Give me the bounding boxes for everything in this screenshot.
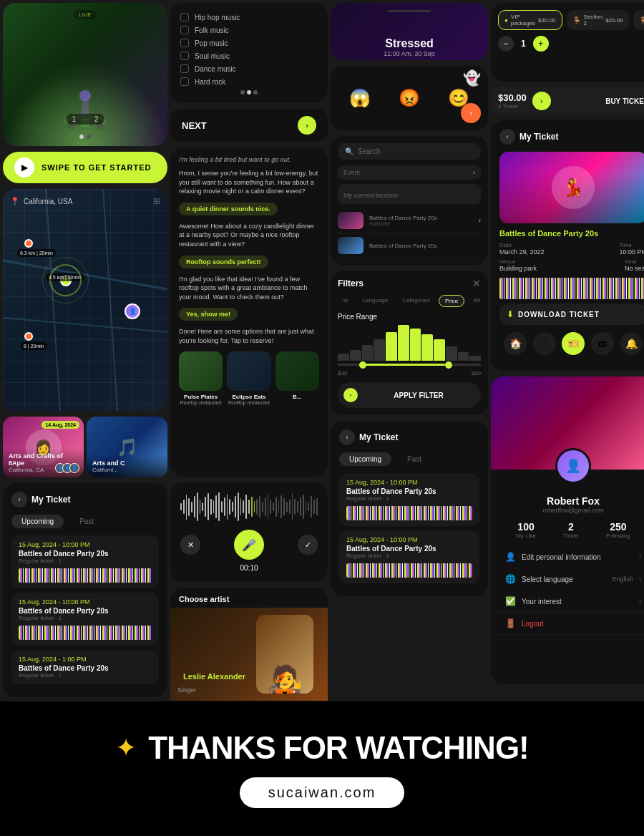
apply-filter-btn[interactable]: › APPLY FILTER	[338, 382, 481, 408]
counter-sep: —	[82, 115, 89, 123]
tab-upcoming-col3[interactable]: Upcoming	[339, 452, 391, 466]
next-button[interactable]: NEXT ›	[170, 109, 328, 142]
result-action-1[interactable]: ›	[479, 217, 481, 224]
filter-tab-1[interactable]: Language	[357, 295, 394, 307]
waveform	[180, 492, 318, 521]
profile-email: robertfox@gmail.com	[497, 507, 644, 514]
filter-row[interactable]: Event ›	[338, 165, 481, 180]
venue-2[interactable]: Eclipse Eats Rooftop restaurant	[227, 351, 270, 405]
filters-close-icon[interactable]: ✕	[472, 278, 481, 289]
venue-3: B...	[275, 351, 319, 405]
tab-past-col3[interactable]: Past	[397, 452, 431, 466]
venue-1[interactable]: Pulse Plates Rooftop restaurant	[179, 351, 223, 405]
my-ticket-col1: ‹ My Ticket Upcoming Past 15 Aug, 2024 -…	[3, 483, 167, 697]
filter-tab-0[interactable]: te	[338, 295, 354, 307]
emoji-1[interactable]: 😱	[338, 88, 383, 108]
genre-folk[interactable]: Folk music	[180, 26, 318, 34]
genre-pop[interactable]: Pop music	[180, 39, 318, 47]
barcode-big	[499, 278, 644, 299]
col3-ticket-2[interactable]: 15 Aug, 2024 - 10:00 PM Battles of Dance…	[339, 530, 479, 583]
slider-thumb-left[interactable]	[359, 361, 366, 369]
gdot-1	[240, 90, 245, 94]
audio-card: ✕ 🎤 ✓ 00:10	[170, 482, 328, 582]
ticket-item-3[interactable]: 15 Aug, 2024 - 1:00 PM Battles of Dance …	[11, 650, 159, 684]
download-label: DOWNLOAD TICKET	[518, 311, 600, 319]
buy-ticket-bar[interactable]: $30.00 2 Ticket › BUY TICKET	[491, 87, 644, 115]
emoji-card: 😱 😡 😊 👻 ›	[331, 66, 488, 130]
qty-plus-btn[interactable]: +	[533, 36, 549, 52]
swipe-to-start-button[interactable]: ▶ SWIPE TO GET STARTED	[3, 152, 167, 183]
genre-hiphop[interactable]: Hip hop music	[180, 13, 318, 21]
gdot-2	[247, 90, 251, 94]
slider-thumb-right[interactable]	[445, 361, 452, 369]
bottom-icon-row: 🏠 ♡ 🎫 🎟 🔔	[499, 325, 644, 362]
back-btn-col4[interactable]: ‹	[499, 129, 515, 145]
profile-menu-logout[interactable]: 🚪 Logout	[497, 613, 644, 635]
search-result-2[interactable]: Battles of Dance Party 20s	[338, 233, 481, 258]
filter-tab-3[interactable]: Price	[439, 295, 464, 307]
genre-dance[interactable]: Dance music	[180, 64, 318, 73]
counter-label: 1	[72, 115, 76, 123]
profile-menu-lang[interactable]: 🌐 Select language English ›	[497, 568, 644, 590]
lang-icon: 🌐	[505, 574, 516, 584]
barcode-2	[19, 626, 152, 640]
emoji-2[interactable]: 😡	[387, 88, 432, 108]
ticket-item-2[interactable]: 15 Aug, 2024 - 10:00 PM Battles of Dance…	[11, 593, 159, 646]
barcode-1	[19, 568, 152, 583]
vip-dot-icon: ●	[504, 17, 508, 24]
quantity-row: − 1 +	[498, 36, 644, 52]
genre-hardrock[interactable]: Hard rock	[180, 77, 318, 86]
tab-upcoming-col1[interactable]: Upcoming	[11, 515, 64, 528]
chat-option-2[interactable]: Rooftop sounds perfect!	[179, 256, 268, 268]
chat-option-3[interactable]: Yes, show me!	[179, 308, 238, 321]
result-label-2: Battles of Dance Party 20s	[369, 243, 437, 249]
icon-home[interactable]: 🏠	[504, 332, 527, 355]
bottom-banner: ✦ THANKS FOR WATCHING! sucaiwan.com	[0, 701, 644, 836]
audio-record-btn[interactable]: 🎤	[234, 530, 264, 560]
map-header: 📍 California, USA ⊞	[10, 196, 160, 206]
menu-arrow-3: ›	[639, 598, 641, 605]
tab-past-col1[interactable]: Past	[69, 515, 104, 528]
map-card: 📍 California, USA ⊞ 4.5 km | 20min	[3, 189, 167, 411]
location-row[interactable]: My current location	[338, 184, 481, 204]
event-card-2[interactable]: 🎵 Arts and C Californi...	[87, 417, 167, 477]
price-chart	[338, 325, 481, 361]
chat-option-1[interactable]: A quiet dinner sounds nice.	[179, 203, 278, 215]
profile-menu-interest[interactable]: ✅ Your interest ›	[497, 590, 644, 613]
search-bar[interactable]: 🔍 Search	[338, 143, 481, 160]
s2-label: Section 2	[584, 14, 603, 26]
icon-ticket-2[interactable]: 🎟	[591, 332, 614, 355]
emoji-next-btn[interactable]: ›	[461, 103, 481, 123]
event-date-row: Date March 29, 2022 Time 10:00 PM	[499, 242, 644, 256]
audio-check-btn[interactable]: ✓	[298, 535, 318, 555]
search-result-1[interactable]: Battles of Dance Party 20s Subscrite ›	[338, 208, 481, 233]
vip-tab-vip[interactable]: ● VIP packages $30.00	[498, 10, 562, 30]
search-placeholder[interactable]: Search	[358, 147, 474, 155]
next-arrow-icon: ›	[298, 116, 316, 135]
icon-bell[interactable]: 🔔	[620, 332, 643, 355]
price-slider[interactable]	[338, 364, 481, 366]
seat-icon: 🪑	[572, 16, 581, 24]
filter-tab-2[interactable]: Categories	[396, 295, 436, 307]
filter-icon[interactable]: ⊞	[153, 196, 160, 206]
chat-bot-4: Done! Here are some options that are jus…	[179, 327, 319, 345]
genre-soul[interactable]: Soul music	[180, 52, 318, 60]
back-btn-col3[interactable]: ‹	[339, 429, 355, 445]
profile-menu-edit[interactable]: 👤 Edit personal information ›	[497, 546, 644, 568]
ticket-item-1[interactable]: 15 Aug, 2024 - 10:00 PM Battles of Dance…	[11, 535, 159, 588]
vip-tab-s2[interactable]: 🪑 Section 2 $20.00	[567, 10, 629, 30]
icon-tickets[interactable]: 🎫	[562, 332, 585, 355]
vip-tab-sect[interactable]: 🪑 Sect $19.8	[633, 10, 644, 30]
download-ticket-btn[interactable]: ⬇ DOWNLOAD TICKET	[499, 303, 644, 325]
profile-name: Robert Fox	[497, 495, 644, 507]
artist-image: 🧑‍🎤 Leslie Alexander Singer	[170, 608, 328, 701]
col3-ticket-1[interactable]: 15 Aug, 2024 - 10:00 PM Battles of Dance…	[339, 473, 479, 526]
event-card-1[interactable]: 👩 Arts and Crafts of 8Ape California, CA…	[3, 417, 84, 477]
chat-user-msg: I'm feeling a bit tired but want to go o…	[179, 156, 319, 163]
qty-minus-btn[interactable]: −	[498, 36, 514, 52]
audio-close-btn[interactable]: ✕	[180, 535, 200, 555]
icon-heart[interactable]: ♡	[533, 332, 556, 355]
swipe-arrow-icon: ▶	[14, 157, 34, 178]
filter-tab-4[interactable]: Art	[467, 295, 481, 307]
back-button-col1[interactable]: ‹	[11, 492, 27, 507]
